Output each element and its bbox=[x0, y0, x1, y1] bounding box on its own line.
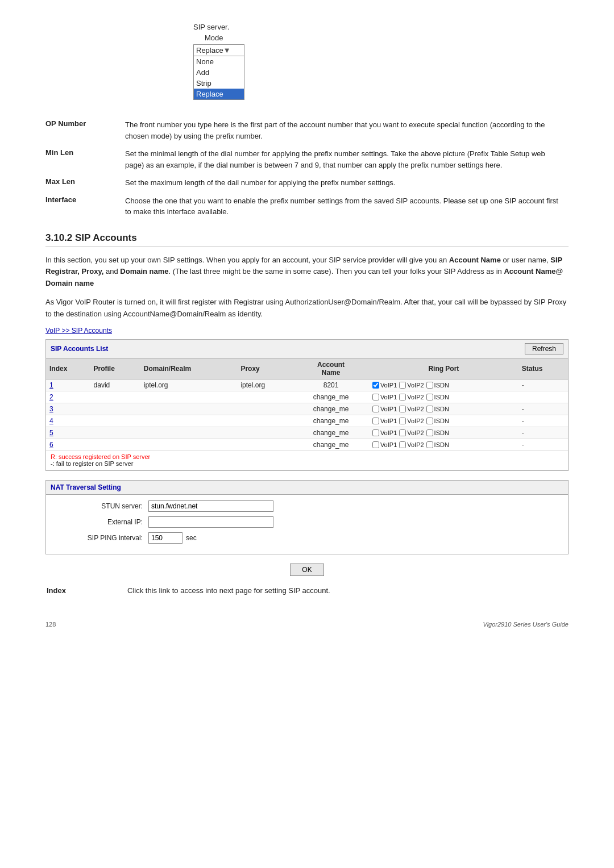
row1-isdn-label: ISDN bbox=[434, 382, 449, 389]
sip-table-header-row: Index Profile Domain/Realm Proxy Account… bbox=[46, 358, 568, 379]
row1-voip1-checkbox[interactable] bbox=[372, 382, 379, 389]
row1-isdn-checkbox[interactable] bbox=[426, 382, 433, 389]
index-label-bottom: Index bbox=[47, 584, 126, 597]
col-index: Index bbox=[46, 358, 90, 379]
row6-voip1-label: VoIP1 bbox=[380, 441, 397, 448]
row5-voip1-item: VoIP1 bbox=[372, 429, 397, 436]
table-row: 5 change_me VoIP1 VoIP2 bbox=[46, 427, 568, 439]
mode-dropdown-selected-row[interactable]: Replace ▼ bbox=[193, 44, 244, 56]
row3-status: - bbox=[518, 403, 568, 415]
row3-isdn-item: ISDN bbox=[426, 406, 449, 412]
dropdown-option-add[interactable]: Add bbox=[194, 67, 244, 78]
stun-server-label: STUN server: bbox=[57, 502, 148, 510]
desc-row-maxlen: Max Len Set the maximum length of the da… bbox=[45, 174, 569, 192]
row3-voip2-item: VoIP2 bbox=[399, 406, 424, 412]
row4-voip2-checkbox[interactable] bbox=[399, 418, 406, 424]
row6-isdn-checkbox[interactable] bbox=[426, 441, 433, 448]
col-account-name: AccountName bbox=[293, 358, 369, 379]
external-ip-input[interactable] bbox=[148, 516, 273, 528]
row5-voip2-label: VoIP2 bbox=[407, 429, 424, 436]
row5-index: 5 bbox=[46, 427, 90, 439]
sip-ping-input[interactable] bbox=[148, 532, 182, 544]
mode-dropdown-options: None Add Strip Replace bbox=[193, 56, 244, 100]
row2-proxy bbox=[237, 391, 293, 403]
stun-server-input[interactable] bbox=[148, 500, 273, 512]
row3-proxy bbox=[237, 403, 293, 415]
max-len-desc: Set the maximum length of the dail numbe… bbox=[125, 174, 569, 192]
dropdown-option-strip[interactable]: Strip bbox=[194, 78, 244, 89]
sip-accounts-panel: SIP Accounts List Refresh Index Profile … bbox=[45, 339, 569, 471]
refresh-button[interactable]: Refresh bbox=[525, 343, 563, 354]
row2-index-link[interactable]: 2 bbox=[49, 393, 53, 401]
op-number-label: OP Number bbox=[45, 116, 125, 145]
row4-account: change_me bbox=[293, 415, 369, 427]
row2-checkbox-area: VoIP1 VoIP2 ISDN bbox=[372, 394, 515, 400]
row6-checkbox-area: VoIP1 VoIP2 ISDN bbox=[372, 441, 515, 448]
sip-ping-row: SIP PING interval: sec bbox=[57, 532, 557, 544]
row2-voip1-label: VoIP1 bbox=[380, 394, 397, 400]
row4-isdn-checkbox[interactable] bbox=[426, 418, 433, 424]
table-row: 4 change_me VoIP1 VoIP2 bbox=[46, 415, 568, 427]
external-ip-row: External IP: bbox=[57, 516, 557, 528]
row4-status: - bbox=[518, 415, 568, 427]
row6-account: change_me bbox=[293, 439, 369, 451]
dropdown-option-replace[interactable]: Replace bbox=[194, 89, 244, 99]
row6-status: - bbox=[518, 439, 568, 451]
ok-button[interactable]: OK bbox=[290, 564, 323, 576]
row5-index-link[interactable]: 5 bbox=[49, 429, 53, 437]
breadcrumb[interactable]: VoIP >> SIP Accounts bbox=[45, 327, 569, 335]
row4-isdn-item: ISDN bbox=[426, 418, 449, 424]
section-intro-1: In this section, you set up your own SIP… bbox=[45, 254, 569, 290]
nat-body: STUN server: External IP: SIP PING inter… bbox=[46, 495, 568, 554]
row2-voip1-item: VoIP1 bbox=[372, 394, 397, 400]
row2-voip2-checkbox[interactable] bbox=[399, 394, 406, 400]
mode-dropdown-selected-value: Replace bbox=[196, 46, 223, 55]
row2-voip2-label: VoIP2 bbox=[407, 394, 424, 400]
op-number-desc: The front number you type here is the fi… bbox=[125, 116, 569, 145]
table-row: 1 david iptel.org iptel.org 8201 VoIP1 V… bbox=[46, 379, 568, 391]
row4-domain bbox=[140, 415, 238, 427]
row3-domain bbox=[140, 403, 238, 415]
row3-checkbox-area: VoIP1 VoIP2 ISDN bbox=[372, 406, 515, 412]
row5-voip1-label: VoIP1 bbox=[380, 429, 397, 436]
dropdown-option-none[interactable]: None bbox=[194, 56, 244, 67]
nat-header: NAT Traversal Setting bbox=[46, 481, 568, 495]
sip-server-label: SIP server. bbox=[193, 23, 569, 31]
section-intro-2: As Vigor VoIP Router is turned on, it wi… bbox=[45, 297, 569, 320]
row6-voip1-checkbox[interactable] bbox=[372, 441, 379, 448]
row2-status bbox=[518, 391, 568, 403]
row5-voip1-checkbox[interactable] bbox=[372, 429, 379, 436]
row3-index: 3 bbox=[46, 403, 90, 415]
row3-voip1-label: VoIP1 bbox=[380, 406, 397, 412]
row3-voip1-checkbox[interactable] bbox=[372, 406, 379, 412]
row5-isdn-checkbox[interactable] bbox=[426, 429, 433, 436]
row1-index-link[interactable]: 1 bbox=[49, 381, 53, 389]
sip-accounts-table: Index Profile Domain/Realm Proxy Account… bbox=[46, 358, 568, 451]
row2-voip1-checkbox[interactable] bbox=[372, 394, 379, 400]
legend-dash: -: fail to register on SIP server bbox=[51, 460, 563, 467]
index-desc-bottom: Click this link to access into next page… bbox=[127, 584, 567, 597]
row2-isdn-checkbox[interactable] bbox=[426, 394, 433, 400]
col-domain: Domain/Realm bbox=[140, 358, 238, 379]
row5-ringport: VoIP1 VoIP2 ISDN bbox=[369, 427, 518, 439]
row5-isdn-item: ISDN bbox=[426, 429, 449, 436]
row2-isdn-item: ISDN bbox=[426, 394, 449, 400]
row1-voip2-checkbox[interactable] bbox=[399, 382, 406, 389]
row3-isdn-checkbox[interactable] bbox=[426, 406, 433, 412]
account-name-bold: Account Name bbox=[449, 256, 501, 264]
row1-ringport: VoIP1 VoIP2 ISDN bbox=[369, 379, 518, 391]
row4-voip1-checkbox[interactable] bbox=[372, 418, 379, 424]
row6-voip2-checkbox[interactable] bbox=[399, 441, 406, 448]
table-row: 3 change_me VoIP1 VoIP2 bbox=[46, 403, 568, 415]
row3-voip2-checkbox[interactable] bbox=[399, 406, 406, 412]
row1-domain: iptel.org bbox=[140, 379, 238, 391]
row3-profile bbox=[90, 403, 140, 415]
row3-index-link[interactable]: 3 bbox=[49, 405, 53, 413]
row1-index: 1 bbox=[46, 379, 90, 391]
row4-index-link[interactable]: 4 bbox=[49, 417, 53, 425]
page-number: 128 bbox=[45, 621, 56, 628]
row5-voip2-checkbox[interactable] bbox=[399, 429, 406, 436]
row1-profile: david bbox=[90, 379, 140, 391]
row4-proxy bbox=[237, 415, 293, 427]
row6-index-link[interactable]: 6 bbox=[49, 441, 53, 449]
